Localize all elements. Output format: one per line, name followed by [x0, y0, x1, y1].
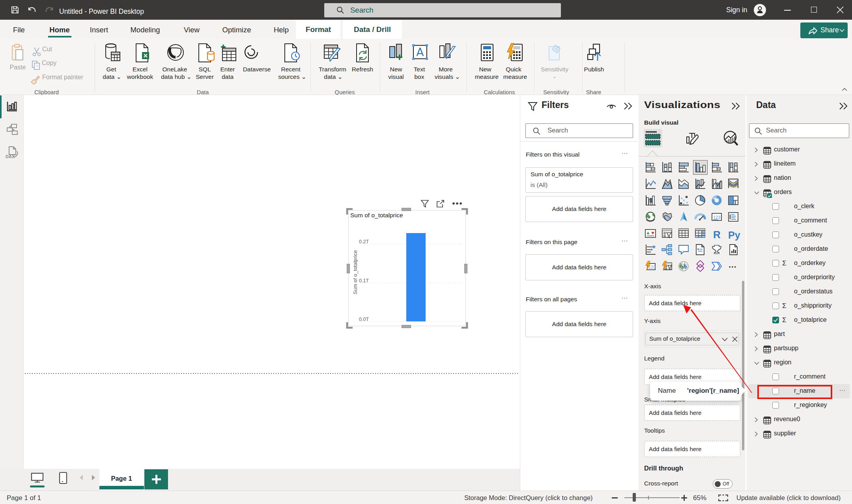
- svg-text:123: 123: [713, 215, 720, 220]
- svg-text:DAX: DAX: [6, 154, 15, 159]
